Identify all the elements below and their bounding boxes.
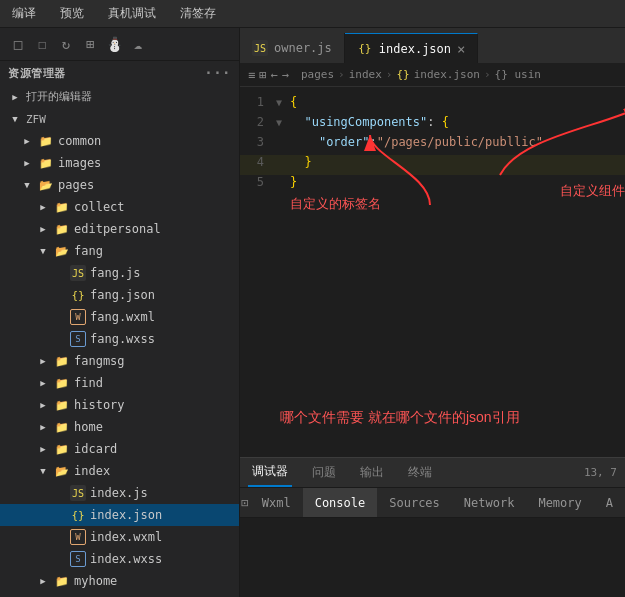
code-line-5: 5 } — [240, 175, 625, 195]
label-editpersonal: editpersonal — [74, 222, 161, 236]
refresh-icon[interactable]: ↻ — [56, 34, 76, 54]
menu-compile[interactable]: 编译 — [8, 3, 40, 24]
tree-item-fang-wxss[interactable]: S fang.wxss — [0, 328, 239, 350]
code-line-4: 4 } — [240, 155, 625, 175]
breadcrumb-symbol: {} usin — [495, 68, 541, 81]
menu-icon[interactable]: ≡ — [248, 68, 255, 82]
code-content-5: } — [290, 175, 617, 189]
tab-index-json[interactable]: {} index.json × — [345, 33, 479, 63]
code-content-2: "usingComponents": { — [290, 115, 617, 129]
folder-icon-find: 📁 — [54, 375, 70, 391]
bottom-tab-debugger[interactable]: 调试器 — [248, 458, 292, 487]
layout-icon[interactable]: ⊞ — [80, 34, 100, 54]
copy-icon[interactable]: ☐ — [32, 34, 52, 54]
explorer-title: 资源管理器 — [8, 66, 66, 81]
tree-item-fangmsg[interactable]: 📁 fangmsg — [0, 350, 239, 372]
tree-item-index-json[interactable]: {} index.json — [0, 504, 239, 526]
label-find: find — [74, 376, 103, 390]
menu-device-debug[interactable]: 真机调试 — [104, 3, 160, 24]
tab-label-indexjson: index.json — [379, 42, 451, 56]
devtools-tab-sources[interactable]: Sources — [377, 488, 452, 517]
bc-sep1: › — [338, 68, 345, 81]
sidebar-more-icon[interactable]: ··· — [204, 65, 231, 81]
tree-item-index-wxml[interactable]: W index.wxml — [0, 526, 239, 548]
cloud-icon[interactable]: ☁ — [128, 34, 148, 54]
console-area[interactable] — [240, 518, 625, 597]
arrow-fang — [36, 244, 50, 258]
folder-icon-fang: 📂 — [54, 243, 70, 259]
code-area[interactable]: 1 ▼ { 2 ▼ "usingComponents": { 3 "order"… — [240, 87, 625, 457]
tab-close-icon[interactable]: × — [457, 41, 465, 57]
bookmark-icon[interactable]: ⊞ — [259, 68, 266, 82]
tree-item-images[interactable]: 📁 images — [0, 152, 239, 174]
bottom-tabs: 调试器 问题 输出 终端 13, 7 — [240, 458, 625, 488]
file-icon-indexjson: {} — [70, 507, 86, 523]
forward-icon[interactable]: → — [282, 68, 289, 82]
devtools-nav-icon[interactable]: ⊡ — [240, 493, 250, 513]
file-icon-fangwxml: W — [70, 309, 86, 325]
label-indexjs: index.js — [90, 486, 148, 500]
label-fangwxml: fang.wxml — [90, 310, 155, 324]
code-content-1: { — [290, 95, 617, 109]
main-container: □ ☐ ↻ ⊞ ⛄ ☁ 资源管理器 ··· 打开的编辑器 ZFW — [0, 28, 625, 597]
bottom-tab-terminal[interactable]: 终端 — [404, 458, 436, 487]
sidebar-icons: □ ☐ ↻ ⊞ ⛄ ☁ — [0, 28, 239, 61]
tree-item-fang-js[interactable]: JS fang.js — [0, 262, 239, 284]
menu-bar: 编译 预览 真机调试 清签存 — [0, 0, 625, 28]
folder-icon-idcard: 📁 — [54, 441, 70, 457]
tree-item-index[interactable]: 📂 index — [0, 460, 239, 482]
file-icon-fangwxss: S — [70, 331, 86, 347]
arrow-myhome — [36, 574, 50, 588]
tree-item-fang[interactable]: 📂 fang — [0, 240, 239, 262]
devtools-tab-memory[interactable]: Memory — [526, 488, 593, 517]
open-editors-label: 打开的编辑器 — [26, 89, 92, 104]
file-icon-fangjson: {} — [70, 287, 86, 303]
tree-item-fang-wxml[interactable]: W fang.wxml — [0, 306, 239, 328]
tree-item-idcard[interactable]: 📁 idcard — [0, 438, 239, 460]
tree-item-common[interactable]: 📁 common — [0, 130, 239, 152]
label-indexwxml: index.wxml — [90, 530, 162, 544]
label-images: images — [58, 156, 101, 170]
label-fangjson: fang.json — [90, 288, 155, 302]
tree-item-editpersonal[interactable]: 📁 editpersonal — [0, 218, 239, 240]
git-icon[interactable]: ⛄ — [104, 34, 124, 54]
tree-item-index-js[interactable]: JS index.js — [0, 482, 239, 504]
fold-1[interactable]: ▼ — [276, 97, 290, 108]
label-pages: pages — [58, 178, 94, 192]
label-home: home — [74, 420, 103, 434]
folder-icon-images: 📁 — [38, 155, 54, 171]
label-history: history — [74, 398, 125, 412]
devtools-tab-network[interactable]: Network — [452, 488, 527, 517]
tree-item-history[interactable]: 📁 history — [0, 394, 239, 416]
tree-item-home[interactable]: 📁 home — [0, 416, 239, 438]
tab-owner-js[interactable]: JS owner.js — [240, 33, 345, 63]
breadcrumb-file-icon: {} — [396, 68, 409, 81]
back-icon[interactable]: ← — [270, 68, 277, 82]
arrow-collect — [36, 200, 50, 214]
devtools-tab-console[interactable]: Console — [303, 488, 378, 517]
tree-item-index-wxss[interactable]: S index.wxss — [0, 548, 239, 570]
bottom-tab-issues[interactable]: 问题 — [308, 458, 340, 487]
tree-item-collect[interactable]: 📁 collect — [0, 196, 239, 218]
open-editors-section[interactable]: 打开的编辑器 — [0, 85, 239, 108]
file-icon-indexjs: JS — [70, 485, 86, 501]
tab-label-ownerjs: owner.js — [274, 41, 332, 55]
tab-icon-indexjson: {} — [357, 41, 373, 57]
bottom-status: 13, 7 — [584, 466, 617, 479]
fold-2[interactable]: ▼ — [276, 117, 290, 128]
menu-clear-sign[interactable]: 清签存 — [176, 3, 220, 24]
tree-item-myhome[interactable]: 📁 myhome — [0, 570, 239, 592]
label-idcard: idcard — [74, 442, 117, 456]
arrow-pages — [20, 178, 34, 192]
menu-preview[interactable]: 预览 — [56, 3, 88, 24]
tree-item-pages[interactable]: 📂 pages — [0, 174, 239, 196]
tree-item-fang-json[interactable]: {} fang.json — [0, 284, 239, 306]
bc-sep2: › — [386, 68, 393, 81]
devtools-tab-wxml[interactable]: Wxml — [250, 488, 303, 517]
project-section[interactable]: ZFW — [0, 108, 239, 130]
bottom-tab-output[interactable]: 输出 — [356, 458, 388, 487]
tree-item-find[interactable]: 📁 find — [0, 372, 239, 394]
new-file-icon[interactable]: □ — [8, 34, 28, 54]
section-arrow — [8, 90, 22, 104]
devtools-tab-appdata[interactable]: A — [594, 488, 625, 517]
